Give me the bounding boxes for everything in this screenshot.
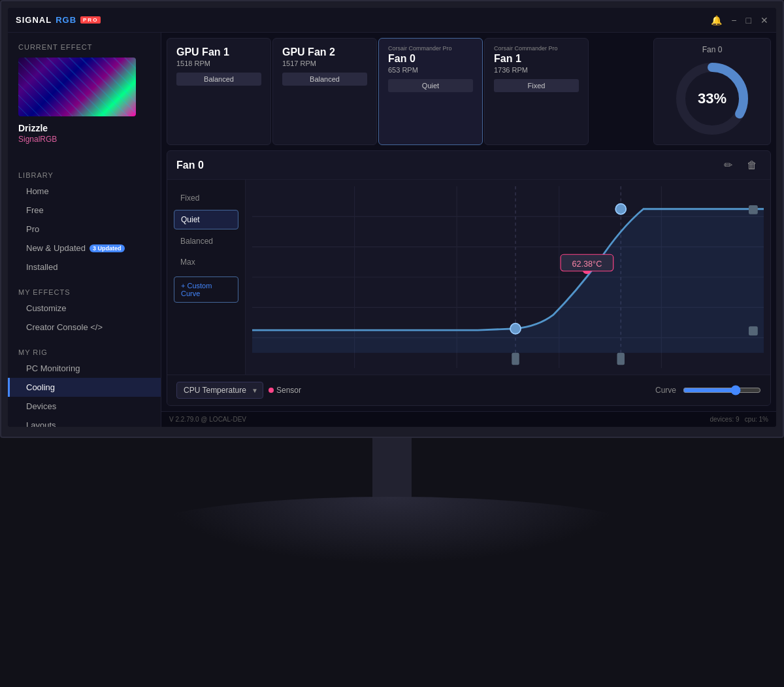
pro-badge: PRO xyxy=(80,16,101,24)
sidebar-item-home[interactable]: Home xyxy=(8,182,161,201)
new-updated-badge: 3 Updated xyxy=(90,244,125,252)
sidebar-item-free[interactable]: Free xyxy=(8,201,161,220)
curve-panel-title: Fan 0 xyxy=(176,159,204,171)
fan-card-gpu1[interactable]: GPU Fan 1 1518 RPM Balanced xyxy=(167,38,271,145)
fan-card-gpu2-rpm: 1517 RPM xyxy=(282,59,367,67)
fan-card-gpu2-mode: Balanced xyxy=(282,73,367,86)
sidebar-item-installed[interactable]: Installed xyxy=(8,258,161,276)
main-layout: Current Effect Drizzle SignalRGB Library… xyxy=(8,33,776,427)
fan-card-fan0-mode: Quiet xyxy=(388,79,473,92)
effect-name: Drizzle xyxy=(18,123,150,133)
sidebar-item-devices[interactable]: Devices xyxy=(8,397,161,416)
fan0-donut-display: Fan 0 33% xyxy=(653,38,771,145)
curve-fill xyxy=(252,209,764,353)
fan0-percent: 33% xyxy=(673,59,751,138)
app-window: SIGNALRGB PRO 🔔 − □ ✕ Current Effect xyxy=(8,8,776,427)
sidebar-item-customize[interactable]: Customize xyxy=(8,299,161,318)
slider-handle-1[interactable] xyxy=(512,353,519,365)
mode-quiet-button[interactable]: Quiet xyxy=(174,210,238,229)
delete-curve-button[interactable]: 🗑 xyxy=(743,158,761,173)
fan-card-gpu1-name: GPU Fan 1 xyxy=(176,46,261,58)
sensor-section: CPU Temperature ▼ Sensor xyxy=(176,382,301,399)
fan-card-gpu1-rpm: 1518 RPM xyxy=(176,59,261,67)
fan-card-fan1[interactable]: Corsair Commander Pro Fan 1 1736 RPM Fix… xyxy=(484,38,589,145)
sensor-dot xyxy=(269,388,274,393)
control-point-2[interactable] xyxy=(615,204,626,214)
monitor-bezel: SIGNALRGB PRO 🔔 − □ ✕ Current Effect xyxy=(0,0,784,438)
fan-card-fan1-name: Fan 1 xyxy=(494,53,579,65)
my-rig-label: My Rig xyxy=(8,342,161,359)
vertical-slider-bottom[interactable] xyxy=(749,326,758,335)
fan0-display-title: Fan 0 xyxy=(702,45,723,54)
title-rgb: RGB xyxy=(56,15,76,25)
mode-max-button[interactable]: Max xyxy=(174,253,238,271)
fan-card-fan1-provider: Corsair Commander Pro xyxy=(494,45,579,52)
sidebar-item-cooling[interactable]: Cooling xyxy=(8,378,161,397)
monitor-stand-neck xyxy=(372,438,412,503)
fan-card-fan1-rpm: 1736 RPM xyxy=(494,66,579,74)
sidebar-item-pro[interactable]: Pro xyxy=(8,220,161,239)
current-effect-section: Current Effect Drizzle SignalRGB xyxy=(8,33,161,154)
notification-icon[interactable]: 🔔 xyxy=(711,15,722,25)
sidebar: Current Effect Drizzle SignalRGB Library… xyxy=(8,33,161,427)
curve-panel: Fan 0 ✏ 🗑 Fixed Quiet Balanced xyxy=(167,150,771,406)
curve-panel-body: Fixed Quiet Balanced Max + Custom Curve xyxy=(167,180,770,375)
cpu-status: cpu: 1% xyxy=(745,416,768,423)
control-point-1[interactable] xyxy=(510,324,521,334)
temp-label-text: 62.38°C xyxy=(572,260,602,269)
app-logo: SIGNALRGB PRO xyxy=(16,15,101,25)
fan-card-fan0-name: Fan 0 xyxy=(388,53,473,65)
devices-count: devices: 9 xyxy=(710,416,739,423)
sidebar-item-layouts[interactable]: Layouts xyxy=(8,416,161,427)
main-content: GPU Fan 1 1518 RPM Balanced GPU Fan 2 15… xyxy=(161,33,776,427)
status-bar: V 2.2.79.0 @ LOCAL-DEV devices: 9 cpu: 1… xyxy=(161,411,776,427)
curve-panel-header: Fan 0 ✏ 🗑 xyxy=(167,151,770,180)
sidebar-item-new-updated[interactable]: New & Updated 3 Updated xyxy=(8,239,161,258)
sensor-dropdown[interactable]: CPU Temperature xyxy=(176,382,263,399)
effect-thumbnail[interactable] xyxy=(18,58,136,116)
custom-curve-button[interactable]: + Custom Curve xyxy=(174,276,238,303)
effect-author: SignalRGB xyxy=(18,135,150,144)
sensor-label: Sensor xyxy=(269,386,301,395)
fan-card-gpu2-name: GPU Fan 2 xyxy=(282,46,367,58)
mode-balanced-button[interactable]: Balanced xyxy=(174,232,238,250)
curve-label: Curve xyxy=(655,386,676,395)
vertical-slider-top[interactable] xyxy=(749,205,758,214)
fan0-donut-chart: 33% xyxy=(673,59,751,138)
curve-chart-svg: 62.38°C xyxy=(252,186,764,368)
current-effect-label: Current Effect xyxy=(18,43,150,51)
my-effects-label: My Effects xyxy=(8,282,161,299)
fan-card-fan0-rpm: 653 RPM xyxy=(388,66,473,74)
curve-footer: CPU Temperature ▼ Sensor Curv xyxy=(167,375,770,405)
mode-fixed-button[interactable]: Fixed xyxy=(174,189,238,207)
fan-card-gpu1-mode: Balanced xyxy=(176,73,261,86)
curve-slider[interactable] xyxy=(683,385,761,395)
edit-curve-button[interactable]: ✏ xyxy=(720,158,736,173)
fan-card-fan0-provider: Corsair Commander Pro xyxy=(388,45,473,52)
monitor-stand-base xyxy=(124,497,660,575)
curve-panel-actions: ✏ 🗑 xyxy=(720,158,761,173)
chart-area: 62.38°C xyxy=(246,180,770,375)
fan-card-gpu2[interactable]: GPU Fan 2 1517 RPM Balanced xyxy=(272,38,377,145)
close-button[interactable]: ✕ xyxy=(760,16,768,25)
library-label: Library xyxy=(8,165,161,182)
title-bar-controls: 🔔 − □ ✕ xyxy=(711,15,768,25)
maximize-button[interactable]: □ xyxy=(746,16,751,25)
title-bar: SIGNALRGB PRO 🔔 − □ ✕ xyxy=(8,8,776,33)
monitor-area: SIGNALRGB PRO 🔔 − □ ✕ Current Effect xyxy=(0,0,784,687)
status-right: devices: 9 cpu: 1% xyxy=(710,416,768,423)
title-signal: SIGNAL xyxy=(16,15,52,25)
minimize-button[interactable]: − xyxy=(731,16,736,25)
curve-control: Curve xyxy=(655,385,761,395)
slider-handle-2[interactable] xyxy=(617,353,625,365)
fan-cards-row: GPU Fan 1 1518 RPM Balanced GPU Fan 2 15… xyxy=(161,33,776,148)
mode-buttons: Fixed Quiet Balanced Max + Custom Curve xyxy=(167,180,246,375)
status-version: V 2.2.79.0 @ LOCAL-DEV xyxy=(169,416,246,423)
sidebar-item-pc-monitoring[interactable]: PC Monitoring xyxy=(8,359,161,378)
sidebar-item-creator-console[interactable]: Creator Console </> xyxy=(8,318,161,337)
fan-card-fan0[interactable]: Corsair Commander Pro Fan 0 653 RPM Quie… xyxy=(378,38,483,145)
fan-card-fan1-mode: Fixed xyxy=(494,79,579,92)
